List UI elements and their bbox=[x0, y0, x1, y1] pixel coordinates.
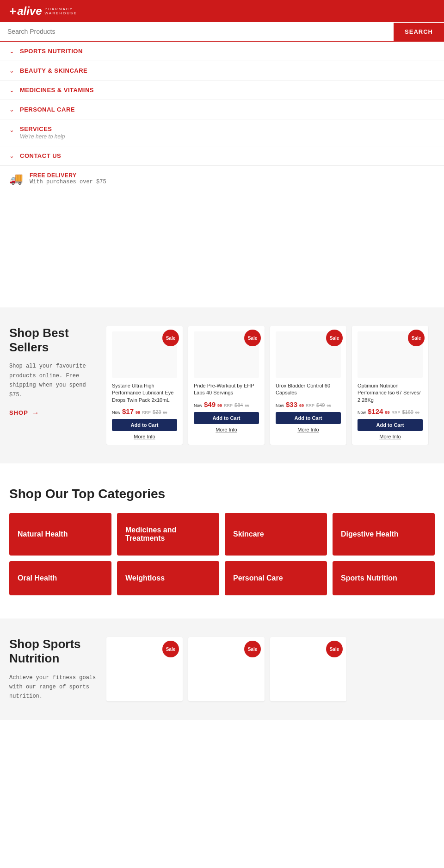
product-name-2: Pride Pre-Workout by EHP Labs 40 Serving… bbox=[194, 382, 259, 397]
price-rrp-2: $84 bbox=[234, 402, 243, 408]
add-to-cart-button-4[interactable]: Add to Cart bbox=[358, 419, 423, 431]
sports-product-card-1: Sale bbox=[106, 637, 183, 701]
nav-label-beauty: BEAUTY & SKINCARE bbox=[20, 67, 87, 74]
nav-item-personal[interactable]: ⌄ PERSONAL CARE bbox=[0, 100, 444, 119]
more-info-link-2[interactable]: More Info bbox=[194, 427, 259, 432]
nav-item-contact[interactable]: ⌄ CONTACT US bbox=[0, 146, 444, 166]
chevron-down-icon: ⌄ bbox=[9, 67, 14, 74]
best-sellers-info: Shop Best Sellers Shop all your favourit… bbox=[9, 326, 97, 445]
sports-title: Shop Sports Nutrition bbox=[9, 637, 97, 666]
product-card-2: Sale Pride Pre-Workout by EHP Labs 40 Se… bbox=[188, 326, 265, 445]
logo-text: alive PHARMACY WAREHOUSE bbox=[17, 5, 77, 18]
logo-plus: + bbox=[9, 5, 16, 17]
price-rrp-1: $23 bbox=[153, 409, 161, 415]
logo-pharmacy: PHARMACY bbox=[45, 7, 77, 11]
category-digestive-health[interactable]: Digestive Health bbox=[333, 513, 435, 556]
price-now-4: $124 bbox=[368, 407, 383, 415]
price-rrp-label-3: RRP bbox=[306, 403, 314, 408]
arrow-icon: → bbox=[32, 409, 40, 417]
delivery-subtitle: With purchases over $75 bbox=[30, 179, 106, 185]
price-rrp-4: $169 bbox=[402, 409, 413, 415]
nav-label-personal: PERSONAL CARE bbox=[20, 106, 75, 113]
categories-grid: Natural Health Medicines and Treatments … bbox=[9, 513, 435, 595]
sports-product-card-3: Sale bbox=[270, 637, 346, 701]
add-to-cart-button-2[interactable]: Add to Cart bbox=[194, 412, 259, 424]
category-personal-care[interactable]: Personal Care bbox=[225, 561, 327, 595]
banner-area bbox=[0, 192, 444, 307]
price-rrp-3: $49 bbox=[316, 402, 325, 408]
sports-info: Shop Sports Nutrition Achieve your fitne… bbox=[9, 637, 97, 701]
sports-product-card-2: Sale bbox=[188, 637, 265, 701]
product-name-4: Optimum Nutrition Performance Iso 67 Ser… bbox=[358, 382, 423, 404]
price-cents-2: 99 bbox=[217, 403, 222, 408]
delivery-truck-icon: 🚚 bbox=[9, 172, 23, 185]
product-name-3: Urox Bladder Control 60 Capsules bbox=[276, 382, 341, 397]
price-cents-1: 99 bbox=[136, 410, 140, 415]
sale-badge-s2: Sale bbox=[244, 641, 261, 657]
price-now-1: $17 bbox=[122, 407, 134, 415]
logo-warehouse: WAREHOUSE bbox=[45, 11, 77, 15]
price-now-label-3: Now bbox=[276, 403, 284, 408]
sale-badge-1: Sale bbox=[162, 330, 179, 346]
nav-item-medicines[interactable]: ⌄ MEDICINES & VITAMINS bbox=[0, 81, 444, 100]
add-to-cart-button-3[interactable]: Add to Cart bbox=[276, 412, 341, 424]
add-to-cart-button-1[interactable]: Add to Cart bbox=[112, 419, 177, 431]
sale-badge-2: Sale bbox=[244, 330, 261, 346]
sale-badge-s1: Sale bbox=[162, 641, 179, 657]
sale-badge-4: Sale bbox=[408, 330, 425, 346]
more-info-link-3[interactable]: More Info bbox=[276, 427, 341, 432]
services-subtitle: We're here to help bbox=[20, 133, 65, 140]
price-now-2: $49 bbox=[204, 400, 216, 408]
best-sellers-section: Shop Best Sellers Shop all your favourit… bbox=[0, 307, 444, 463]
products-grid: Sale Systane Ultra High Performance Lubr… bbox=[106, 326, 435, 445]
price-now-label-1: Now bbox=[112, 410, 120, 415]
services-title: SERVICES bbox=[20, 125, 65, 132]
chevron-down-icon: ⌄ bbox=[9, 152, 14, 159]
product-price-row-2: Now $4999 RRP $8495 bbox=[194, 400, 259, 408]
category-skincare[interactable]: Skincare bbox=[225, 513, 327, 556]
search-input[interactable] bbox=[0, 22, 394, 41]
category-oral-health[interactable]: Oral Health bbox=[9, 561, 111, 595]
sports-description: Achieve your fitness goals with our rang… bbox=[9, 673, 97, 701]
price-rrp-label-4: RRP bbox=[391, 410, 400, 415]
category-natural-health[interactable]: Natural Health bbox=[9, 513, 111, 556]
more-info-link-4[interactable]: More Info bbox=[358, 434, 423, 439]
shop-link[interactable]: SHOP → bbox=[9, 409, 97, 417]
nav-item-sports[interactable]: ⌄ SPORTS NUTRITION bbox=[0, 42, 444, 61]
nav-item-services[interactable]: ⌄ SERVICES We're here to help bbox=[0, 119, 444, 146]
product-card-3: Sale Urox Bladder Control 60 Capsules No… bbox=[270, 326, 346, 445]
price-rrp-cents-3: 95 bbox=[327, 404, 331, 408]
price-rrp-cents-4: 99 bbox=[415, 411, 419, 415]
free-delivery: 🚚 FREE DELIVERY With purchases over $75 bbox=[0, 166, 444, 192]
sale-badge-s3: Sale bbox=[326, 641, 343, 657]
sale-badge-3: Sale bbox=[326, 330, 343, 346]
more-info-link-1[interactable]: More Info bbox=[112, 434, 177, 439]
product-price-row-3: Now $3369 RRP $4995 bbox=[276, 400, 341, 408]
category-weightloss[interactable]: Weightloss bbox=[117, 561, 219, 595]
top-categories-section: Shop Our Top Categories Natural Health M… bbox=[0, 463, 444, 618]
product-name-1: Systane Ultra High Performance Lubricant… bbox=[112, 382, 177, 404]
product-price-row-1: Now $1799 RRP $2399 bbox=[112, 407, 177, 415]
sports-nutrition-section: Shop Sports Nutrition Achieve your fitne… bbox=[0, 618, 444, 720]
price-now-label-4: Now bbox=[358, 410, 366, 415]
best-sellers-description: Shop all your favourite products online.… bbox=[9, 362, 97, 400]
price-rrp-label-2: RRP bbox=[224, 403, 233, 408]
product-card-1: Sale Systane Ultra High Performance Lubr… bbox=[106, 326, 183, 445]
sports-products: Sale Sale Sale bbox=[106, 637, 435, 701]
category-sports-nutrition[interactable]: Sports Nutrition bbox=[333, 561, 435, 595]
product-card-4: Sale Optimum Nutrition Performance Iso 6… bbox=[352, 326, 428, 445]
price-cents-3: 69 bbox=[299, 403, 304, 408]
price-rrp-cents-2: 95 bbox=[245, 404, 249, 408]
chevron-down-icon: ⌄ bbox=[9, 87, 14, 94]
chevron-down-icon: ⌄ bbox=[9, 48, 14, 55]
chevron-down-icon: ⌄ bbox=[9, 106, 14, 113]
search-button[interactable]: SEARCH bbox=[394, 23, 444, 41]
categories-title: Shop Our Top Categories bbox=[9, 487, 435, 501]
nav-item-beauty[interactable]: ⌄ BEAUTY & SKINCARE bbox=[0, 61, 444, 81]
product-price-row-4: Now $12499 RRP $16999 bbox=[358, 407, 423, 415]
logo[interactable]: + alive PHARMACY WAREHOUSE bbox=[9, 5, 77, 18]
category-medicines-treatments[interactable]: Medicines and Treatments bbox=[117, 513, 219, 556]
price-cents-4: 99 bbox=[385, 410, 389, 415]
nav-label-sports: SPORTS NUTRITION bbox=[20, 48, 83, 55]
best-sellers-title: Shop Best Sellers bbox=[9, 326, 97, 355]
